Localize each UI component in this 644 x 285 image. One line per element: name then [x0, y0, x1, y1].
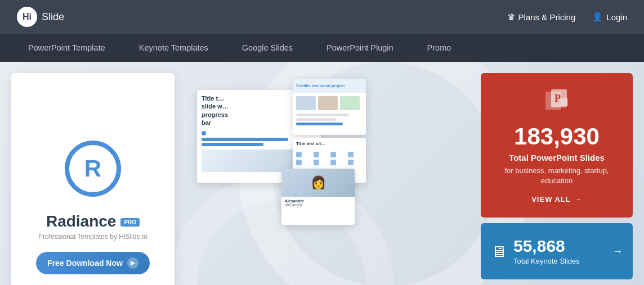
mini-slide1-header: Subtitle text about project	[293, 79, 366, 93]
top-bar: Hi Slide ♛ Plans & Pricing 👤 Login	[0, 0, 644, 34]
mini2-image: 👩	[281, 169, 355, 197]
crown-icon: ♛	[507, 12, 515, 22]
powerpoint-count: 183,930	[514, 125, 600, 148]
hero-section: R Radiance PRO Professional Templates by…	[0, 62, 644, 285]
radiance-logo: R	[65, 141, 121, 197]
pro-badge: PRO	[120, 218, 140, 227]
logo-icon: Hi	[17, 7, 37, 27]
keynote-icon: 🖥	[491, 242, 507, 261]
powerpoint-label: Total PowerPoint Slides	[509, 153, 605, 162]
logo-text: Slide	[42, 11, 64, 23]
plans-pricing-link[interactable]: ♛ Plans & Pricing	[507, 12, 576, 22]
slide-thumbnail-1	[296, 96, 316, 110]
play-icon: ▶	[127, 257, 138, 269]
login-button[interactable]: 👤 Login	[592, 12, 627, 22]
keynote-arrow-icon[interactable]: →	[612, 246, 623, 257]
logo-area[interactable]: Hi Slide	[17, 7, 64, 27]
slide-preview-area: Title t…slide w…progressbar Subtitle tex…	[180, 73, 469, 285]
stats-column: P 183,930 Total PowerPoint Slides for bu…	[481, 73, 633, 285]
promo-card: R Radiance PRO Professional Templates by…	[11, 73, 175, 285]
keynote-label: Total Keynote Slides	[513, 257, 612, 265]
radiance-circle: R	[65, 141, 121, 197]
mini1-bar2	[296, 118, 336, 121]
keynote-info: 55,868 Total Keynote Slides	[513, 238, 612, 265]
mini2-name: Alexander McGregor	[281, 197, 355, 209]
powerpoint-icon: P	[543, 87, 570, 120]
top-bar-right: ♛ Plans & Pricing 👤 Login	[507, 12, 627, 22]
radiance-sub-label: Professional Templates by HiSlide.io	[38, 233, 147, 241]
mini1-bar3	[296, 123, 343, 125]
svg-text:P: P	[554, 93, 561, 104]
keynote-stat-card[interactable]: 🖥 55,868 Total Keynote Slides →	[481, 223, 633, 279]
slide-card-mini1: Subtitle text about project	[293, 79, 366, 135]
slide-thumbnail-2	[318, 96, 338, 110]
powerpoint-sub: for business, marketing, startup, educat…	[492, 166, 621, 186]
arrow-right-icon: →	[574, 195, 582, 203]
nav-item-plugin[interactable]: PowerPoint Plugin	[310, 34, 410, 62]
free-download-button[interactable]: Free Download Now ▶	[36, 252, 150, 274]
plans-pricing-label: Plans & Pricing	[518, 12, 576, 22]
keynote-count: 55,868	[513, 238, 612, 255]
slide-thumbnail-3	[340, 96, 360, 110]
radiance-r-icon: R	[84, 155, 101, 182]
nav-item-promo[interactable]: Promo	[410, 34, 468, 62]
user-icon: 👤	[592, 12, 603, 22]
login-label: Login	[606, 12, 627, 22]
view-all-button[interactable]: VIEW ALL →	[531, 195, 582, 203]
mini3-title: Title text sli…	[293, 138, 366, 150]
nav-bar: PowerPoint Template Keynote Templates Go…	[0, 34, 644, 62]
mini1-bar1	[296, 114, 349, 116]
slide-card-mini2: 👩 Alexander McGregor	[281, 169, 355, 225]
slide-blue-dot	[202, 131, 206, 135]
slide-bar-2	[202, 143, 263, 146]
radiance-brand-name: Radiance PRO	[46, 212, 140, 230]
svg-rect-3	[561, 98, 568, 106]
slide-bar-1	[202, 138, 288, 141]
mini3-dots	[293, 150, 366, 168]
nav-item-powerpoint[interactable]: PowerPoint Template	[11, 34, 122, 62]
powerpoint-stat-card: P 183,930 Total PowerPoint Slides for bu…	[481, 73, 633, 218]
nav-item-google[interactable]: Google Slides	[225, 34, 310, 62]
nav-item-keynote[interactable]: Keynote Templates	[122, 34, 225, 62]
